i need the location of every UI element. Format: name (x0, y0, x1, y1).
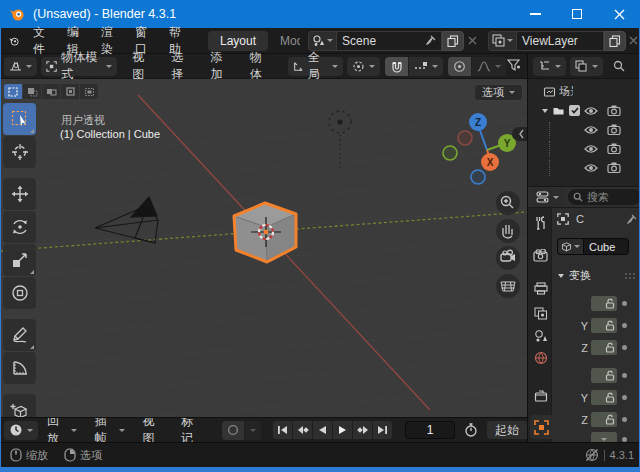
tab-world[interactable] (532, 349, 549, 366)
tab-collection[interactable] (532, 387, 549, 404)
animate-dot[interactable] (622, 417, 627, 422)
pin-icon[interactable] (425, 35, 436, 46)
select-box-tool[interactable] (3, 103, 36, 135)
animate-dot[interactable] (622, 323, 627, 328)
animate-dot[interactable] (622, 301, 627, 306)
unlock-icon[interactable] (605, 370, 615, 381)
play-reverse-button[interactable] (313, 421, 332, 439)
jump-to-end-button[interactable] (373, 421, 392, 439)
proportional-falloff-dropdown[interactable] (472, 57, 506, 76)
blender-menu-icon[interactable] (8, 32, 20, 50)
hide-eye-icon[interactable] (584, 125, 598, 135)
outliner-editor-type-button[interactable] (533, 57, 566, 76)
neg-y-ball[interactable] (443, 146, 457, 160)
viewlayer-name-field[interactable]: ViewLayer (516, 31, 604, 51)
tab-render[interactable] (532, 247, 549, 264)
properties-editor-type-button[interactable] (531, 188, 564, 207)
menu-select[interactable]: 选择 (162, 49, 201, 83)
transform-tool[interactable] (3, 277, 36, 309)
auto-keying-dropdown[interactable] (245, 421, 261, 440)
location-x-field[interactable] (591, 296, 617, 311)
menu-timeline-view[interactable]: 视图 (134, 417, 172, 442)
select-set-button[interactable] (4, 84, 22, 99)
render-camera-icon[interactable] (607, 143, 621, 154)
zoom-button[interactable] (496, 191, 520, 215)
orthographic-toggle-button[interactable] (496, 274, 520, 298)
play-button[interactable] (333, 421, 352, 439)
render-camera-icon[interactable] (607, 105, 621, 116)
scene-browse-button[interactable] (308, 31, 336, 51)
animate-dot[interactable] (622, 373, 627, 378)
next-keyframe-button[interactable] (353, 421, 372, 439)
collection-row[interactable] (528, 101, 640, 120)
pan-button[interactable] (496, 219, 520, 243)
expand-chevron-icon[interactable] (542, 109, 548, 113)
object-row-cube[interactable] (528, 139, 640, 158)
menu-file[interactable]: 文件 (24, 28, 58, 54)
viewlayer-remove-button[interactable] (626, 36, 640, 45)
minimize-button[interactable] (514, 0, 556, 28)
mode-dropdown[interactable]: 物体模式 (41, 57, 117, 76)
prev-keyframe-button[interactable] (293, 421, 312, 439)
drag-dots-icon[interactable] (624, 272, 636, 280)
tab-viewlayer[interactable] (532, 305, 549, 322)
menu-object[interactable]: 物体 (241, 49, 280, 83)
unlock-icon[interactable] (605, 392, 615, 403)
pin-icon[interactable] (626, 214, 637, 225)
unlock-icon[interactable] (605, 342, 615, 353)
workspace-tab-layout[interactable]: Layout (208, 31, 268, 51)
properties-search-field[interactable]: 搜索 (568, 189, 640, 205)
location-y-field[interactable] (591, 318, 617, 333)
object-name-field[interactable]: Cube (583, 238, 629, 255)
scale-tool[interactable] (3, 244, 36, 276)
tab-tool[interactable] (532, 214, 549, 231)
menu-markers[interactable]: 标记 (172, 417, 210, 442)
current-frame-field[interactable]: 1 (405, 421, 455, 439)
close-button[interactable] (598, 0, 640, 28)
menu-keying[interactable]: 插帧 (86, 417, 134, 442)
hide-eye-icon[interactable] (584, 163, 598, 173)
show-gizmo-button[interactable] (506, 58, 521, 75)
search-icon[interactable] (613, 60, 625, 72)
neg-x-ball[interactable] (458, 131, 472, 145)
transform-orientation-dropdown[interactable]: 全局 (288, 57, 343, 76)
hide-eye-icon[interactable] (584, 106, 598, 116)
tab-object[interactable] (530, 415, 552, 439)
viewlayer-browse-button[interactable] (488, 31, 516, 51)
snap-toggle[interactable] (385, 57, 408, 76)
unlock-icon[interactable] (605, 414, 615, 425)
select-subtract-button[interactable] (42, 84, 60, 99)
cursor-tool[interactable] (3, 136, 36, 168)
neg-z-ball[interactable] (471, 170, 485, 184)
unlock-icon[interactable] (605, 320, 615, 331)
maximize-button[interactable] (556, 0, 598, 28)
auto-keying-toggle[interactable] (222, 421, 244, 440)
scene-unlink-button[interactable] (464, 36, 480, 45)
jump-to-start-button[interactable] (273, 421, 292, 439)
location-z-field[interactable] (591, 340, 617, 355)
unlock-icon[interactable] (605, 298, 615, 309)
select-extend-button[interactable] (23, 84, 41, 99)
network-offline-icon[interactable] (585, 448, 599, 462)
menu-add[interactable]: 添加 (202, 49, 241, 83)
snap-target-dropdown[interactable] (409, 57, 443, 76)
render-camera-icon[interactable] (607, 124, 621, 135)
options-dropdown[interactable]: 选项 (474, 84, 523, 101)
collection-checkbox[interactable] (569, 105, 580, 116)
pivot-point-dropdown[interactable] (347, 57, 380, 76)
workspace-tab-modeling[interactable]: Mode (280, 34, 300, 48)
menu-view[interactable]: 视图 (123, 49, 162, 83)
viewlayer-new-button[interactable] (604, 31, 626, 51)
render-camera-icon[interactable] (607, 162, 621, 173)
rotation-y-field[interactable] (591, 390, 617, 405)
camera-view-button[interactable] (496, 246, 520, 270)
object-row-light[interactable] (528, 158, 640, 177)
use-preview-range-button[interactable] (459, 421, 483, 440)
transform-panel-header[interactable]: 变换 (558, 268, 636, 283)
menu-playback[interactable]: 回放 (38, 417, 86, 442)
3d-viewport[interactable]: Z Y X (0, 79, 527, 417)
annotate-tool[interactable] (3, 319, 36, 351)
editor-type-button[interactable] (4, 57, 37, 76)
scene-name-field[interactable]: Scene (336, 31, 442, 51)
scene-collection-row[interactable]: 场景集合 (528, 82, 640, 101)
